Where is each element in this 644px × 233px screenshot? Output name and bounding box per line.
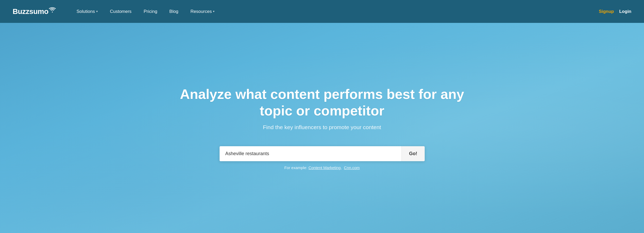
nav-customers[interactable]: Customers [105,7,136,16]
nav-links: Solutions ▾ Customers Pricing Blog Resou… [72,7,599,16]
login-link[interactable]: Login [619,9,631,14]
nav-blog[interactable]: Blog [165,7,183,16]
example-link-content-marketing[interactable]: Content Marketing [308,165,341,170]
nav-solutions[interactable]: Solutions ▾ [72,7,103,16]
nav-right: Signup Login [599,9,631,14]
logo-text: Buzzsumo [13,7,48,16]
nav-resources[interactable]: Resources ▾ [186,7,219,16]
logo[interactable]: Buzzsumo [13,7,56,16]
hero-section: Analyze what content performs best for a… [0,23,644,233]
wifi-icon [49,7,56,14]
hero-title: Analyze what content performs best for a… [164,86,480,119]
chevron-down-icon: ▾ [96,10,98,13]
example-link-cnn[interactable]: Cnn.com [344,165,360,170]
search-bar: Go! [220,146,425,161]
search-button[interactable]: Go! [402,146,425,161]
signup-link[interactable]: Signup [599,9,614,14]
hero-subtitle: Find the key influencers to promote your… [263,124,381,130]
nav-pricing[interactable]: Pricing [139,7,162,16]
navbar: Buzzsumo Solutions ▾ Customers Pricing B… [0,0,644,23]
search-examples: For example: Content Marketing, Cnn.com [284,165,360,170]
chevron-down-icon-2: ▾ [213,10,215,13]
search-input[interactable] [220,146,402,161]
